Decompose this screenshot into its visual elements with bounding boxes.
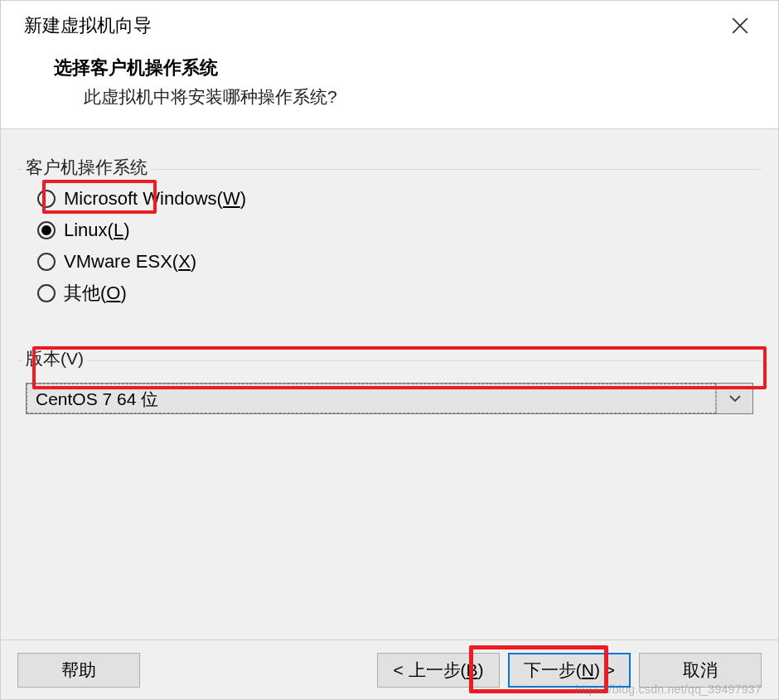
titlebar: 新建虚拟机向导 [1,1,778,47]
radio-label: VMware ESX(X) [64,251,196,273]
version-dropdown-wrap: CentOS 7 64 位 [22,373,757,418]
wizard-header: 选择客户机操作系统 此虚拟机中将安装哪种操作系统? [1,47,778,128]
radio-icon [37,221,56,239]
guest-os-group-label: 客户机操作系统 [22,156,151,179]
radio-vmware-esx[interactable]: VMware ESX(X) [37,246,752,278]
radio-linux[interactable]: Linux(L) [37,215,752,246]
wizard-window: 新建虚拟机向导 选择客户机操作系统 此虚拟机中将安装哪种操作系统? 客户机操作系… [0,0,779,700]
version-frame: CentOS 7 64 位 [17,360,762,422]
cancel-button[interactable]: 取消 [639,653,762,688]
guest-os-frame: Microsoft Windows(W) Linux(L) VMware ESX… [17,169,762,316]
next-button[interactable]: 下一步(N) > [508,653,631,688]
wizard-footer: 帮助 < 上一步(B) 下一步(N) > 取消 https://blog.csd… [1,640,778,699]
dropdown-arrow-button[interactable] [716,384,752,413]
close-icon [731,17,749,35]
version-selected-value: CentOS 7 64 位 [27,384,716,413]
guest-os-group: 客户机操作系统 Microsoft Windows(W) Linux(L) [17,146,762,316]
radio-windows[interactable]: Microsoft Windows(W) [37,183,752,215]
back-button[interactable]: < 上一步(B) [377,653,500,688]
radio-icon [37,284,56,302]
help-button[interactable]: 帮助 [17,653,140,688]
wizard-body: 客户机操作系统 Microsoft Windows(W) Linux(L) [1,128,778,640]
radio-label: Microsoft Windows(W) [64,188,246,210]
back-button-label: < 上一步(B) [393,659,483,682]
version-group: 版本(V) CentOS 7 64 位 [17,337,762,422]
page-subtitle: 此虚拟机中将安装哪种操作系统? [54,85,755,109]
radio-label: Linux(L) [64,220,130,241]
radio-icon [37,190,56,208]
close-button[interactable] [722,7,758,44]
guest-os-radio-list: Microsoft Windows(W) Linux(L) VMware ESX… [37,183,752,309]
version-dropdown[interactable]: CentOS 7 64 位 [26,383,753,414]
radio-label: 其他(O) [64,281,127,306]
page-title: 选择客户机操作系统 [54,56,755,80]
next-button-label: 下一步(N) > [524,659,615,682]
radio-icon [37,253,56,271]
chevron-down-icon [728,394,742,403]
radio-other[interactable]: 其他(O) [37,278,752,309]
version-group-label: 版本(V) [22,347,87,370]
cancel-button-label: 取消 [683,659,718,682]
help-button-label: 帮助 [61,659,96,682]
window-title: 新建虚拟机向导 [24,13,722,38]
